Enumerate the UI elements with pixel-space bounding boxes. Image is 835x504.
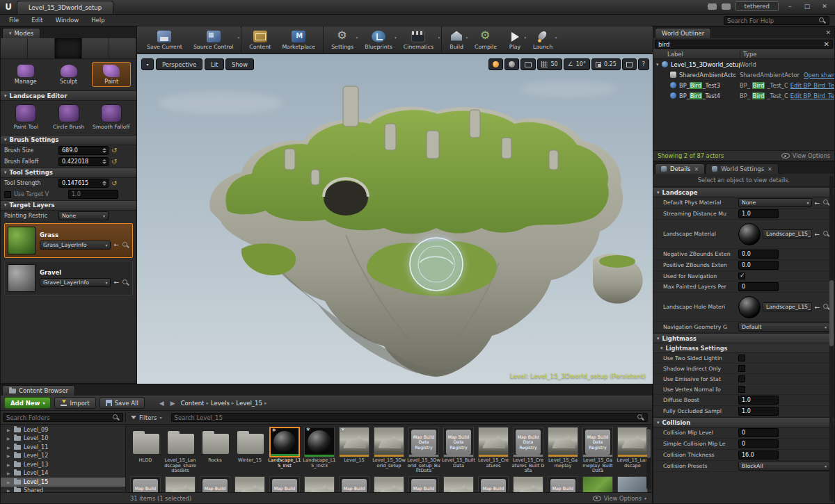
toolbar-button[interactable]: Build ▾ [444, 26, 469, 54]
toolbar-button[interactable]: Marketplace [276, 26, 324, 54]
scale-snap-button[interactable]: 0.25 [591, 58, 621, 70]
folder-tree-item[interactable]: ▶ Level_15 [1, 478, 125, 487]
chevron-down-icon[interactable]: ▾ [238, 35, 240, 40]
submode-button[interactable]: Manage [6, 62, 45, 87]
details-tab[interactable]: Details ✕ [655, 163, 705, 174]
toolbar-button[interactable]: Play ▾ [502, 26, 527, 54]
use-selected-icon[interactable]: ← [814, 304, 820, 311]
property-number-input[interactable]: 16.0 [738, 450, 779, 460]
material-thumbnail[interactable] [738, 223, 761, 245]
landscape-editor-header[interactable]: ▾ Landscape Editor [1, 90, 136, 101]
toolbar-button[interactable]: Content [244, 26, 276, 54]
asset-item[interactable]: Level_15_3Dworld_setup [372, 427, 406, 474]
perspective-button[interactable]: Perspective [156, 58, 202, 70]
chat-icon[interactable] [708, 3, 717, 10]
grid-snap-button[interactable]: 50 [537, 58, 562, 70]
number-input[interactable]: 689.0 [58, 146, 109, 155]
camera-speed-button[interactable] [488, 58, 503, 70]
chevron-down-icon[interactable]: ▾ [438, 35, 440, 40]
spinner[interactable] [102, 159, 106, 164]
property-number-input[interactable]: 0.0 [738, 261, 779, 270]
asset-item[interactable]: Level_15_Gameplay [546, 427, 580, 474]
folder-tree-item[interactable]: ▶ Shared [1, 487, 125, 493]
forward-button[interactable]: ▶ [169, 400, 177, 407]
asset-item[interactable] [616, 476, 649, 493]
reset-to-default-icon[interactable]: ↺ [111, 158, 117, 165]
number-input[interactable]: 1.0 [68, 190, 118, 199]
asset-item[interactable]: Map Build Data Registry Level_15_3Dworld… [407, 427, 440, 474]
number-input[interactable]: 0.422018 [58, 157, 109, 166]
lit-button[interactable]: Lit [205, 58, 224, 70]
landscape-tool[interactable]: Smooth Falloff [93, 104, 130, 131]
asset-item[interactable]: Rocks [198, 427, 232, 474]
outliner-row[interactable]: BP_Bird_Test4 BP_Bird_Test_CEdit BP_Bird… [653, 90, 834, 101]
property-dropdown[interactable]: Default▾ [738, 323, 830, 332]
toolbar-button[interactable]: Cinematics ▾ [398, 26, 442, 54]
submode-button[interactable]: Sculpt [49, 62, 88, 87]
toolbar-button[interactable]: Save Current [141, 26, 188, 54]
actor-type-link[interactable]: Edit BP_Bird_Test [790, 82, 834, 89]
asset-item[interactable]: Map Build Data [546, 476, 580, 493]
search-folders-input[interactable] [6, 414, 109, 421]
property-checkbox[interactable] [738, 365, 745, 372]
asset-item[interactable] [581, 476, 614, 493]
save-all-button[interactable]: Save All [100, 397, 145, 409]
breadcrumb-segment[interactable]: Levels [210, 400, 230, 407]
actor-type-link[interactable]: Open sharedAmbie [804, 72, 834, 79]
property-checkbox[interactable] [738, 355, 745, 361]
lightmass-settings-subheader[interactable]: ▾ Lightmass Settings [653, 343, 834, 353]
painting-restriction-dropdown[interactable]: None ▾ [58, 211, 109, 220]
outliner-view-options[interactable]: View Options [781, 152, 830, 159]
asset-item[interactable] [303, 476, 336, 493]
asset-item[interactable]: Level_15_Landscape_sharedassets [164, 427, 197, 474]
target-layers-header[interactable]: ▾ Target Layers [1, 200, 136, 211]
collision-section-header[interactable]: ▾ Collision [653, 417, 834, 428]
submode-button[interactable]: Paint [92, 62, 131, 87]
chevron-down-icon[interactable]: ▾ [466, 35, 468, 40]
column-type[interactable]: Type [740, 51, 834, 58]
reset-to-default-icon[interactable]: ↺ [111, 147, 117, 154]
content-browser-view-options[interactable]: View Options ▾ [593, 495, 646, 502]
toolbar-button[interactable]: Launch ▾ [527, 26, 558, 54]
asset-item[interactable]: Map Build Data Registry Level_15_Gamepla… [581, 427, 614, 474]
property-dropdown[interactable]: Landscape_L15_Inst▾ [763, 229, 812, 238]
restore-button[interactable]: □ [801, 3, 813, 10]
asset-search-input[interactable] [175, 414, 635, 421]
asset-item[interactable]: Level_15_Landscape [616, 427, 649, 474]
asset-scrollbar[interactable] [646, 428, 651, 489]
search-folders[interactable] [3, 413, 123, 422]
asset-item[interactable] [372, 476, 406, 493]
menu-item[interactable]: Help [85, 15, 111, 25]
feedback-icon[interactable] [722, 3, 731, 10]
asset-item[interactable]: Map Build Data [477, 476, 510, 493]
landscape-tool[interactable]: Circle Brush [50, 104, 88, 131]
outliner-search-input[interactable] [658, 41, 821, 48]
asset-item[interactable]: HLOD [129, 427, 162, 474]
property-number-input[interactable]: 1.0 [738, 407, 779, 416]
rotation-snap-button[interactable]: ∠ 10° [564, 58, 590, 70]
details-scrollbar[interactable] [829, 176, 834, 501]
property-number-input[interactable]: 1.0 [738, 396, 779, 405]
property-checkbox[interactable] [738, 375, 745, 382]
outliner-row[interactable]: BP_Bird_Test3 BP_Bird_Test_CEdit BP_Bird… [653, 80, 834, 90]
asset-item[interactable]: * Landscape_L15_Inst [268, 427, 301, 474]
asset-item[interactable]: Map Build Data [198, 476, 232, 493]
landscape-tool[interactable]: Paint Tool [7, 104, 45, 131]
tab-world-outliner[interactable]: World Outliner [655, 28, 711, 38]
asset-item[interactable]: Map Build Data [407, 476, 440, 493]
toolbar-button[interactable]: Blueprints ▾ [359, 26, 398, 54]
realtime-button[interactable] [504, 58, 519, 70]
outliner-search[interactable]: ✕ [655, 40, 833, 49]
property-checkbox[interactable] [738, 386, 745, 393]
asset-item[interactable]: Map Build Data [129, 476, 162, 493]
user-badge[interactable]: tethered [735, 1, 779, 11]
asset-item[interactable]: * Landscape_L15_Inst3 [303, 427, 336, 474]
expander-icon[interactable]: ▶ [7, 462, 11, 467]
chevron-down-icon[interactable]: ▾ [524, 35, 526, 40]
tool-settings-header[interactable]: ▾ Tool Settings [1, 168, 136, 178]
expander-icon[interactable]: ▶ [7, 480, 11, 485]
breadcrumb-segment[interactable]: Level_15 [235, 400, 263, 407]
asset-item[interactable] [511, 476, 545, 493]
use-selected-icon[interactable]: ← [113, 279, 119, 286]
asset-item[interactable]: Map Build Data [337, 476, 371, 493]
